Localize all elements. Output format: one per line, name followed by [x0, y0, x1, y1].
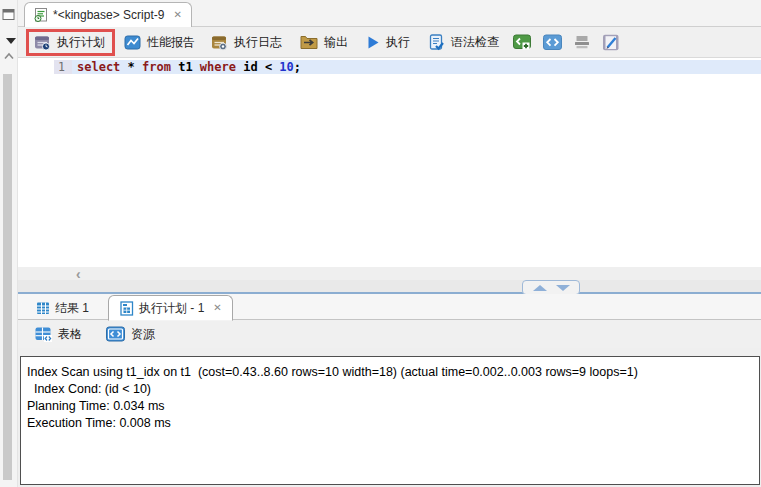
run-label: 执行 — [386, 34, 410, 51]
editor-hscrollbar[interactable]: ‹ — [18, 267, 761, 280]
sql-token: t1 — [171, 60, 200, 74]
sql-token: from — [142, 60, 171, 74]
line-number: 1 — [54, 60, 72, 74]
plan-doc-icon — [119, 301, 134, 316]
edit-icon — [602, 34, 620, 51]
panel-splitter[interactable] — [18, 280, 761, 294]
execution-plan-label: 执行计划 — [57, 34, 105, 51]
table-view-button[interactable]: 表格 — [35, 326, 82, 343]
scroll-left-icon[interactable]: ‹ — [76, 269, 81, 279]
table-view-icon — [35, 326, 52, 342]
annotation-highlight-box: 执行计划 — [26, 29, 115, 56]
sql-token: id < — [236, 60, 279, 74]
close-icon[interactable]: ✕ — [213, 303, 221, 313]
edit-button[interactable] — [602, 34, 620, 51]
tab-plan-label: 执行计划 - 1 — [139, 300, 204, 317]
plan-output-line: Index Scan using t1_idx on t1 (cost=0.43… — [27, 364, 759, 381]
output-label: 输出 — [324, 34, 348, 51]
editor-tab-title: *<kingbase> Script-9 — [53, 8, 164, 22]
run-button[interactable]: 执行 — [366, 34, 410, 51]
add-snippet-icon — [513, 34, 532, 51]
editor-tab-bar: *<kingbase> Script-9 ✕ — [18, 0, 761, 27]
maximize-panel-icon[interactable] — [533, 285, 547, 291]
plan-output-line: Planning Time: 0.034 ms — [27, 398, 759, 415]
minimize-panel-icon[interactable] — [556, 285, 570, 291]
results-panel: 结果 1 执行计划 - 1 ✕ 表格 资源 — [18, 294, 761, 487]
run-icon — [366, 35, 380, 50]
view-menu-icon[interactable] — [6, 38, 16, 44]
resource-view-label: 资源 — [131, 326, 155, 343]
view-source-button[interactable] — [543, 34, 562, 51]
results-toolbar: 表格 资源 — [18, 320, 761, 348]
plan-output-line: Execution Time: 0.008 ms — [27, 415, 759, 432]
execution-plan-icon — [34, 34, 51, 51]
performance-report-button[interactable]: 性能报告 — [124, 34, 195, 51]
sql-token: select — [77, 60, 120, 74]
format-button[interactable] — [573, 34, 591, 50]
plan-output-area[interactable]: Index Scan using t1_idx on t1 (cost=0.43… — [20, 356, 760, 485]
editor-tab-script[interactable]: *<kingbase> Script-9 ✕ — [24, 2, 192, 27]
resource-view-icon — [106, 326, 125, 342]
close-icon[interactable]: ✕ — [173, 10, 181, 20]
resource-view-button[interactable]: 资源 — [106, 326, 155, 343]
execution-plan-button[interactable]: 执行计划 — [34, 34, 105, 51]
minimize-icon[interactable] — [3, 52, 15, 60]
line-number-gutter: 1 — [18, 60, 72, 74]
splitter-handle[interactable] — [522, 280, 580, 295]
syntax-check-button[interactable]: 语法检查 — [428, 34, 499, 51]
tab-execution-plan-1[interactable]: 执行计划 - 1 ✕ — [108, 295, 233, 321]
editor-toolbar: 执行计划 性能报告 执行日志 输出 执行 — [18, 27, 761, 58]
trim-scrollbar[interactable] — [3, 74, 12, 480]
performance-report-icon — [124, 34, 141, 51]
left-trim-bar — [0, 0, 18, 487]
sql-script-icon — [34, 8, 48, 22]
view-source-icon — [543, 34, 562, 51]
add-snippet-button[interactable] — [513, 34, 532, 51]
results-tab-bar: 结果 1 执行计划 - 1 ✕ — [18, 294, 761, 320]
tab-result-1[interactable]: 结果 1 — [26, 296, 99, 320]
execution-log-button[interactable]: 执行日志 — [211, 34, 282, 51]
performance-report-label: 性能报告 — [147, 34, 195, 51]
code-line-1: 1 select * from t1 where id < 10; — [18, 58, 761, 75]
execution-log-icon — [211, 34, 228, 51]
ide-window: *<kingbase> Script-9 ✕ 执行计划 性能报告 执行日志 — [0, 0, 761, 487]
output-icon — [300, 34, 318, 50]
tab-result-label: 结果 1 — [55, 300, 89, 317]
sql-token: ; — [294, 60, 301, 74]
result-grid-icon — [36, 301, 50, 315]
syntax-check-label: 语法检查 — [451, 34, 499, 51]
restore-icon[interactable] — [2, 8, 16, 21]
table-view-label: 表格 — [58, 326, 82, 343]
output-button[interactable]: 输出 — [300, 34, 348, 51]
sql-editor[interactable]: 1 select * from t1 where id < 10; — [18, 58, 761, 267]
sql-code-line[interactable]: select * from t1 where id < 10; — [72, 60, 761, 74]
format-icon — [573, 34, 591, 50]
execution-log-label: 执行日志 — [234, 34, 282, 51]
sql-token: where — [200, 60, 236, 74]
sql-token: * — [120, 60, 142, 74]
sql-token: 10 — [279, 60, 293, 74]
syntax-check-icon — [428, 34, 445, 51]
plan-output-line: Index Cond: (id < 10) — [27, 381, 759, 398]
